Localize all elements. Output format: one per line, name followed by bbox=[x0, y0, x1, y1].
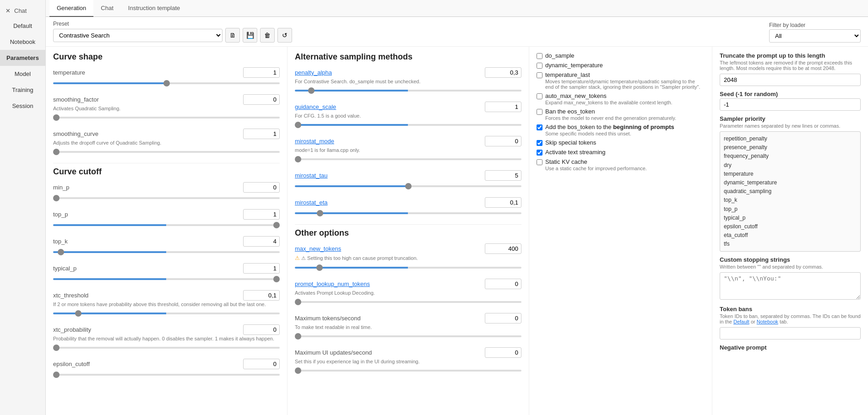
do-sample-checkbox[interactable] bbox=[537, 53, 542, 59]
ban-eos-token-checkbox[interactable] bbox=[537, 109, 542, 115]
filter-dropdown[interactable]: All bbox=[769, 29, 861, 43]
static-kv-cache-checkbox[interactable] bbox=[537, 159, 542, 165]
penalty-alpha-slider[interactable] bbox=[295, 90, 521, 92]
max-tokens-per-second-input[interactable] bbox=[485, 313, 521, 323]
checkbox-ban-eos-token: Ban the eos_token Forces the model to ne… bbox=[537, 108, 705, 121]
param-mirostat-eta: mirostat_eta bbox=[295, 197, 521, 218]
sidebar-item-session[interactable]: Session bbox=[0, 98, 45, 114]
max-ui-updates-input[interactable] bbox=[485, 347, 521, 358]
add-bos-token-checkbox[interactable] bbox=[537, 124, 542, 130]
mirostat-tau-label[interactable]: mirostat_tau bbox=[295, 172, 328, 179]
token-bans-link-default[interactable]: Default bbox=[733, 319, 749, 324]
temperature-slider[interactable] bbox=[53, 82, 280, 84]
max-ui-updates-slider[interactable] bbox=[295, 370, 521, 372]
sidebar-item-default[interactable]: Default bbox=[0, 18, 45, 34]
dynamic-temperature-checkbox[interactable] bbox=[537, 63, 542, 69]
checkbox-activate-text-streaming: Activate text streaming bbox=[537, 149, 705, 156]
smoothing-factor-input[interactable] bbox=[243, 94, 280, 105]
prompt-lookup-desc: Activates Prompt Lookup Decoding. bbox=[295, 290, 521, 296]
typical-p-input[interactable] bbox=[243, 263, 280, 274]
ban-eos-token-label: Ban the eos_token bbox=[545, 108, 676, 115]
sidebar-item-parameters[interactable]: Parameters bbox=[0, 50, 45, 66]
sidebar-item-training[interactable]: Training bbox=[0, 82, 45, 98]
smoothing-factor-slider[interactable] bbox=[53, 117, 280, 119]
tab-generation[interactable]: Generation bbox=[49, 0, 93, 17]
epsilon-cutoff-input[interactable] bbox=[243, 359, 280, 369]
auto-max-new-tokens-checkbox[interactable] bbox=[537, 93, 542, 99]
smoothing-curve-label: smoothing_curve bbox=[53, 130, 98, 137]
penalty-alpha-label[interactable]: penalty_alpha bbox=[295, 69, 332, 76]
guidance-scale-slider[interactable] bbox=[295, 124, 521, 126]
top-p-slider[interactable] bbox=[53, 224, 280, 226]
delete-preset-button[interactable]: 🗑 bbox=[260, 28, 275, 43]
seed-input[interactable] bbox=[720, 98, 861, 111]
sidebar-item-notebook[interactable]: Notebook bbox=[0, 34, 45, 50]
alt-sampling-title: Alternative sampling methods bbox=[295, 52, 521, 62]
guidance-scale-input[interactable] bbox=[485, 102, 521, 112]
xtc-threshold-input[interactable] bbox=[243, 290, 280, 301]
mirostat-mode-slider[interactable] bbox=[295, 158, 521, 160]
checkbox-static-kv-cache: Static KV cache Use a static cache for i… bbox=[537, 158, 705, 171]
prompt-lookup-label[interactable]: prompt_lookup_num_tokens bbox=[295, 280, 370, 287]
save-preset-button[interactable]: 💾 bbox=[243, 28, 257, 43]
temperature-input[interactable]: 1 bbox=[243, 67, 280, 78]
filter-section: Filter by loader All bbox=[769, 22, 861, 43]
token-bans-link-notebook[interactable]: Notebook bbox=[757, 319, 778, 324]
guidance-scale-label[interactable]: guidance_scale bbox=[295, 103, 336, 110]
max-new-tokens-label[interactable]: max_new_tokens bbox=[295, 245, 341, 252]
max-new-tokens-warning: ⚠ ⚠ Setting this too high can cause prom… bbox=[295, 255, 521, 261]
max-tokens-per-second-label: Maximum tokens/second bbox=[295, 315, 361, 322]
preset-dropdown[interactable]: Contrastive Search bbox=[53, 29, 222, 42]
smoothing-curve-input[interactable] bbox=[243, 129, 280, 139]
add-bos-token-desc: Some specific models need this unset. bbox=[545, 131, 674, 136]
temperature-last-checkbox[interactable] bbox=[537, 72, 542, 78]
custom-stopping-textarea[interactable] bbox=[720, 272, 861, 300]
max-new-tokens-input[interactable] bbox=[485, 243, 521, 254]
do-sample-label: do_sample bbox=[545, 52, 575, 59]
sidebar-item-model[interactable]: Model bbox=[0, 66, 45, 82]
xtc-probability-slider[interactable] bbox=[53, 347, 280, 349]
tab-instruction-template[interactable]: Instruction template bbox=[121, 0, 187, 17]
static-kv-cache-desc: Use a static cache for improved performa… bbox=[545, 166, 647, 171]
preset-label: Preset bbox=[53, 21, 292, 27]
penalty-alpha-input[interactable] bbox=[485, 67, 521, 78]
max-new-tokens-slider[interactable] bbox=[295, 267, 521, 269]
checkbox-skip-special-tokens: Skip special tokens bbox=[537, 139, 705, 146]
skip-special-tokens-checkbox[interactable] bbox=[537, 140, 542, 146]
truncate-input[interactable] bbox=[720, 74, 861, 86]
min-p-input[interactable] bbox=[243, 182, 280, 193]
param-penalty-alpha: penalty_alpha For Contrastive Search. do… bbox=[295, 67, 521, 95]
sampler-priority-box[interactable]: repetition_penaltypresence_penaltyfreque… bbox=[720, 131, 861, 252]
mirostat-tau-slider[interactable] bbox=[295, 185, 521, 187]
min-p-label: min_p bbox=[53, 184, 69, 191]
xtc-probability-input[interactable] bbox=[243, 324, 280, 335]
mirostat-mode-input[interactable] bbox=[485, 136, 521, 146]
mirostat-eta-label[interactable]: mirostat_eta bbox=[295, 199, 328, 206]
reset-preset-button[interactable]: ↺ bbox=[277, 28, 292, 43]
top-k-input[interactable] bbox=[243, 236, 280, 247]
col-sampling: Alternative sampling methods penalty_alp… bbox=[288, 47, 529, 415]
xtc-threshold-slider[interactable] bbox=[53, 313, 280, 314]
prompt-lookup-input[interactable] bbox=[485, 279, 521, 289]
min-p-slider[interactable] bbox=[53, 197, 280, 199]
sidebar-close-button[interactable]: ✕ Chat bbox=[0, 4, 45, 18]
prompt-lookup-slider[interactable] bbox=[295, 301, 521, 303]
typical-p-slider[interactable] bbox=[53, 278, 280, 280]
max-tokens-per-second-slider[interactable] bbox=[295, 335, 521, 337]
epsilon-cutoff-slider[interactable] bbox=[53, 374, 280, 376]
dynamic-temperature-label: dynamic_temperature bbox=[545, 62, 603, 69]
top-k-slider[interactable] bbox=[53, 251, 280, 253]
mirostat-tau-input[interactable] bbox=[485, 170, 521, 181]
mirostat-mode-label[interactable]: mirostat_mode bbox=[295, 138, 334, 145]
sidebar: ✕ Chat Default Notebook Parameters Model… bbox=[0, 0, 46, 415]
mirostat-mode-desc: mode=1 is for llama.cpp only. bbox=[295, 147, 521, 153]
mirostat-eta-input[interactable] bbox=[485, 197, 521, 208]
top-p-input[interactable] bbox=[243, 209, 280, 220]
tab-chat[interactable]: Chat bbox=[93, 0, 120, 17]
param-smoothing-curve: smoothing_curve Adjusts the dropoff curv… bbox=[53, 129, 280, 156]
mirostat-eta-slider[interactable] bbox=[295, 212, 521, 214]
smoothing-curve-slider[interactable] bbox=[53, 151, 280, 153]
activate-text-streaming-checkbox[interactable] bbox=[537, 150, 542, 156]
copy-preset-button[interactable]: 🗎 bbox=[225, 28, 240, 43]
token-bans-input[interactable] bbox=[720, 327, 861, 340]
